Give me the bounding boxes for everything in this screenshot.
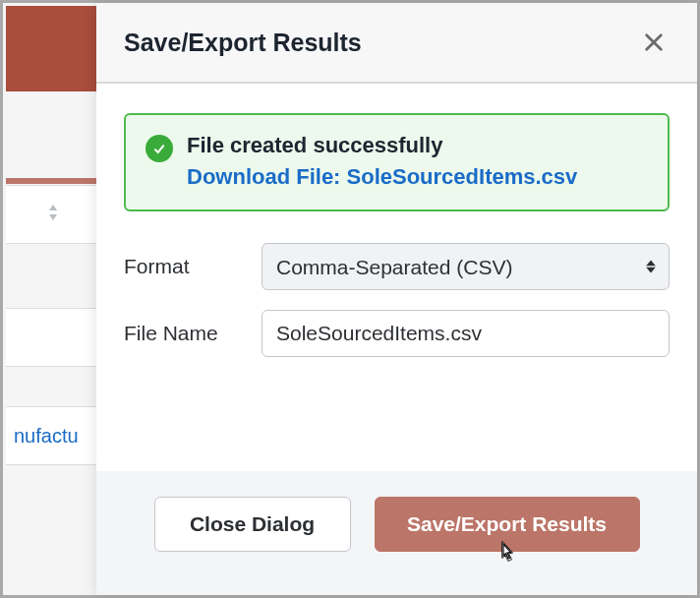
success-banner: File created successfully Download File:… <box>124 113 670 211</box>
dialog-title: Save/Export Results <box>124 29 362 57</box>
background-header <box>6 6 99 91</box>
filename-input[interactable] <box>262 310 670 357</box>
format-select-wrapper: Comma-Separated (CSV) <box>262 243 670 290</box>
success-text: File created successfully Download File:… <box>187 133 577 190</box>
close-dialog-button[interactable]: Close Dialog <box>154 497 351 552</box>
background-row-sortable <box>6 185 99 244</box>
export-dialog: Save/Export Results File created success… <box>96 3 697 595</box>
format-select[interactable]: Comma-Separated (CSV) <box>262 243 670 290</box>
download-link[interactable]: Download File: SoleSourcedItems.csv <box>187 164 577 190</box>
close-icon-button[interactable] <box>638 27 670 58</box>
dialog-header: Save/Export Results <box>96 3 697 84</box>
svg-marker-0 <box>49 205 57 210</box>
save-export-button[interactable]: Save/Export Results <box>375 497 640 552</box>
background-row <box>6 308 99 367</box>
cursor-pointer-icon <box>495 538 520 572</box>
dialog-footer: Close Dialog Save/Export Results <box>96 471 697 595</box>
background-link-fragment: nufactu <box>14 425 79 448</box>
success-message: File created successfully <box>187 133 577 158</box>
format-label: Format <box>124 255 262 278</box>
check-circle-icon <box>146 135 173 162</box>
dialog-body: File created successfully Download File:… <box>96 84 697 404</box>
background-divider <box>6 178 99 184</box>
close-icon <box>643 31 665 53</box>
filename-row: File Name <box>124 310 670 357</box>
background-row-link: nufactu <box>6 406 99 465</box>
save-export-button-label: Save/Export Results <box>407 512 607 536</box>
format-row: Format Comma-Separated (CSV) <box>124 243 670 290</box>
filename-label: File Name <box>124 322 262 345</box>
sort-icon <box>46 203 60 226</box>
svg-marker-1 <box>49 214 57 220</box>
